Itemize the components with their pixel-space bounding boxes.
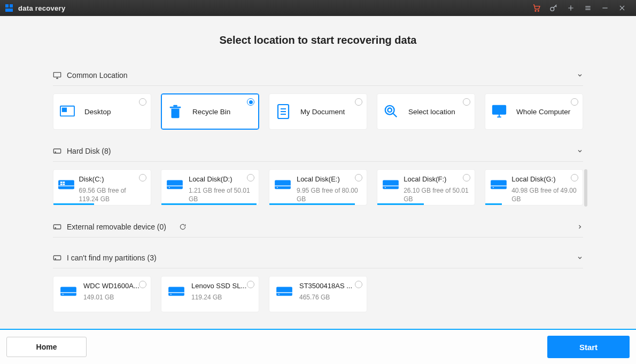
disk-name: Local Disk(D:) — [189, 175, 251, 183]
card-select-location[interactable]: Select location — [377, 93, 475, 130]
monitor-icon — [53, 72, 63, 79]
svg-point-0 — [535, 10, 536, 11]
disk-icon — [53, 147, 63, 155]
disk-name: Lenovo SSD SL... — [191, 282, 246, 290]
usage-bar — [485, 203, 502, 205]
svg-rect-41 — [168, 292, 184, 293]
usage-bar — [377, 203, 424, 205]
card-label: My Document — [300, 108, 345, 116]
section-label: I can't find my partitions (3) — [67, 254, 157, 262]
svg-point-39 — [63, 294, 64, 295]
card-label: Recycle Bin — [192, 108, 230, 116]
home-button[interactable]: Home — [6, 337, 87, 357]
drive-icon — [269, 175, 297, 190]
svg-point-36 — [55, 258, 56, 259]
svg-point-2 — [550, 7, 554, 11]
card-lost-0[interactable]: WDC WD1600A... 149.01 GB — [53, 276, 151, 312]
minimize-icon[interactable] — [596, 0, 614, 16]
computer-icon — [485, 104, 513, 119]
magnifier-icon — [377, 104, 405, 119]
section-external-device[interactable]: External removable device (0) — [53, 216, 583, 238]
disk-size: 149.01 GB — [83, 293, 139, 302]
svg-rect-3 — [53, 72, 60, 77]
card-disk-d[interactable]: Local Disk(D:) 1.21 GB free of 50.01 GB — [161, 169, 259, 205]
svg-point-45 — [278, 294, 280, 295]
svg-rect-7 — [173, 105, 177, 107]
disk-name: Disk(C:) — [79, 175, 141, 183]
radio-icon — [463, 174, 470, 181]
card-disk-g[interactable]: Local Disk(G:) 40.98 GB free of 49.00 GB — [485, 169, 583, 205]
desktop-icon — [53, 105, 81, 118]
app-title: data recovery — [18, 4, 65, 12]
svg-point-42 — [170, 294, 172, 295]
svg-rect-35 — [53, 256, 60, 260]
svg-rect-11 — [493, 106, 506, 114]
card-desktop[interactable]: Desktop — [53, 93, 151, 130]
svg-point-29 — [384, 187, 385, 188]
svg-rect-28 — [383, 186, 399, 186]
card-disk-e[interactable]: Local Disk(E:) 9.95 GB free of 80.00 GB — [269, 169, 367, 205]
cart-icon[interactable] — [528, 0, 545, 16]
drive-icon — [269, 282, 299, 297]
radio-icon — [571, 174, 578, 181]
radio-icon — [139, 281, 146, 288]
card-recycle-bin[interactable]: Recycle Bin — [161, 93, 259, 130]
disk-size: 1.21 GB free of 50.01 GB — [189, 186, 254, 203]
card-disk-f[interactable]: Local Disk(F:) 26.10 GB free of 50.01 GB — [377, 169, 475, 205]
svg-rect-22 — [167, 186, 183, 186]
chevron-down-icon — [577, 72, 583, 78]
app-logo — [5, 4, 14, 12]
document-icon — [269, 104, 297, 120]
disk-name: WDC WD1600A... — [83, 282, 139, 290]
common-location-cards: Desktop Recycle Bin My Document — [53, 93, 583, 130]
disk-size: 26.10 GB free of 50.01 GB — [404, 186, 470, 203]
svg-point-1 — [538, 10, 539, 11]
card-label: Whole Computer — [516, 108, 570, 116]
key-icon[interactable] — [545, 0, 562, 16]
card-label: Select location — [408, 108, 455, 116]
disk-icon — [53, 254, 63, 262]
disk-size: 465.76 GB — [299, 293, 352, 302]
svg-rect-25 — [275, 186, 291, 186]
section-common-location[interactable]: Common Location — [53, 65, 583, 86]
recycle-bin-icon — [161, 104, 189, 120]
card-whole-computer[interactable]: Whole Computer — [485, 93, 583, 130]
svg-point-23 — [169, 187, 170, 188]
radio-icon — [139, 98, 146, 106]
radio-icon — [355, 98, 362, 106]
card-lost-2[interactable]: ST3500418AS ... 465.76 GB — [269, 276, 367, 312]
refresh-icon[interactable] — [179, 223, 187, 231]
radio-icon — [247, 174, 254, 181]
start-button[interactable]: Start — [547, 336, 630, 358]
section-lost-partitions[interactable]: I can't find my partitions (3) — [53, 247, 583, 268]
radio-icon — [571, 98, 578, 106]
section-hard-disk[interactable]: Hard Disk (8) — [53, 140, 583, 162]
disk-size: 40.98 GB free of 49.00 GB — [511, 186, 578, 203]
chevron-down-icon — [577, 148, 583, 154]
card-label: Desktop — [84, 108, 111, 116]
section-label: Hard Disk (8) — [67, 147, 111, 155]
drive-icon — [377, 175, 404, 190]
section-label: External removable device (0) — [67, 223, 166, 231]
card-my-document[interactable]: My Document — [269, 93, 367, 130]
menu-icon[interactable] — [579, 0, 596, 16]
svg-point-13 — [55, 152, 56, 152]
windows-drive-icon — [53, 175, 79, 190]
radio-icon — [247, 98, 254, 106]
svg-rect-44 — [276, 292, 292, 293]
usage-bar — [53, 203, 94, 205]
radio-icon — [355, 174, 362, 181]
drive-icon — [161, 282, 191, 297]
card-lost-1[interactable]: Lenovo SSD SL... 119.24 GB — [161, 276, 259, 312]
plus-icon[interactable] — [562, 0, 579, 16]
disk-icon — [53, 223, 63, 231]
main-area: Select location to start recovering data… — [0, 16, 636, 329]
hard-disk-cards: Disk(C:) 69.56 GB free of 119.24 GB Loca… — [53, 169, 583, 205]
radio-icon — [463, 98, 470, 106]
titlebar: data recovery — [0, 0, 636, 16]
disk-size: 119.24 GB — [191, 293, 246, 302]
card-disk-c[interactable]: Disk(C:) 69.56 GB free of 119.24 GB — [53, 169, 151, 205]
close-icon[interactable] — [614, 0, 631, 16]
scrollbar-thumb[interactable] — [584, 169, 587, 207]
lost-partition-cards: WDC WD1600A... 149.01 GB Lenovo SSD SL..… — [53, 276, 583, 312]
